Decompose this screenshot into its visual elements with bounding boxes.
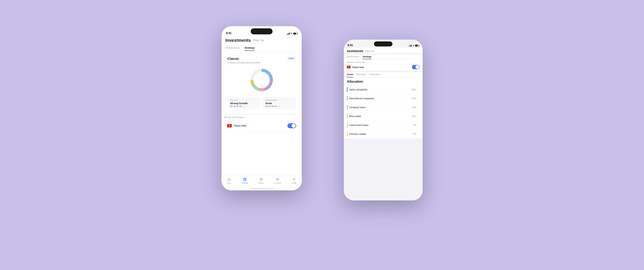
customisation-section: Manage customisation Swiss bias [221, 116, 302, 131]
status-time-back: 9:41 [348, 44, 353, 47]
risk-stat-label: Risk level [230, 99, 258, 101]
diversification-stat-value: Great [265, 102, 293, 105]
allocation-title-back: Allocation [347, 80, 420, 84]
nav-label-portfolio: Portfolio [242, 182, 248, 184]
allocation-bar-1 [347, 96, 348, 101]
allocation-item-4[interactable]: Government loans 3% › [347, 121, 420, 130]
status-icons-front: ▾ [287, 32, 297, 35]
battery-icon-front [293, 32, 297, 34]
customisation-label: Manage customisation [224, 116, 299, 118]
svg-rect-7 [276, 180, 278, 180]
swiss-bias-label-front: Swiss bias [234, 124, 246, 127]
toggle-switch-front[interactable] [288, 123, 296, 128]
card-title: Classic [228, 57, 239, 61]
card-header: Classic Active [228, 57, 296, 61]
phone-front: 9:41 ▾ Investments Pillar 3a [221, 26, 302, 190]
tab-assets-back[interactable]: Assets [347, 72, 353, 77]
allocation-pct-3: 15% [412, 115, 416, 118]
wifi-icon-front: ▾ [291, 32, 292, 35]
donut-svg [248, 66, 275, 94]
allocation-name-2: Company loans [349, 106, 410, 109]
svg-rect-6 [276, 179, 279, 180]
manage-label-back: Manage customisation [347, 61, 420, 63]
donut-chart [228, 66, 296, 94]
nav-label-home: Home [227, 182, 231, 184]
allocation-pct-2: 10% [412, 106, 416, 109]
allocation-name-1: International companies [349, 97, 410, 100]
profile-icon [292, 177, 296, 182]
allocation-item-0[interactable]: Swiss companies 50% › [347, 85, 420, 94]
card-description: A widely diversified global portfolio [228, 62, 296, 64]
svg-rect-3 [244, 180, 245, 180]
app-subtitle-front: Pillar 3a [253, 38, 264, 42]
signal-icon-front [287, 32, 290, 35]
portfolio-icon [243, 177, 247, 182]
svg-rect-4 [245, 180, 246, 180]
risk-stat-card: Risk level Strong Growth [228, 97, 260, 109]
nav-item-profile[interactable]: Profile [292, 177, 296, 184]
signal-icon-back [409, 44, 412, 46]
tabs-front: Performance Strategy [221, 45, 302, 51]
allocation-item-5[interactable]: Precious metals 2% › [347, 130, 420, 138]
tab-description-back[interactable]: Description [356, 72, 366, 77]
swiss-flag-icon-front [227, 124, 232, 128]
svg-rect-1 [244, 178, 245, 179]
wifi-icon-back: ▾ [413, 44, 414, 47]
risk-dots [230, 106, 258, 106]
chevron-icon-4: › [419, 124, 420, 126]
app-content-front: Investments Pillar 3a Performance Strate… [221, 36, 302, 190]
status-icons-back: ▾ [409, 44, 419, 47]
svg-rect-2 [245, 178, 246, 179]
swiss-bias-toggle-front[interactable]: Swiss bias [224, 120, 299, 131]
toggle-switch-back[interactable] [412, 65, 420, 69]
classic-card: Classic Active A widely diversified glob… [224, 54, 299, 114]
nav-label-accounts: Accounts [274, 182, 281, 184]
app-header-front: Investments Pillar 3a [221, 36, 302, 43]
app-title-front: Investments [226, 38, 251, 43]
app-content-back: vestments Pillar 3a Performance Strategy… [344, 48, 422, 200]
manage-section-back: Manage customisation Swiss bias [344, 59, 422, 70]
swiss-flag-icon-back [347, 66, 350, 68]
battery-icon-back [415, 44, 419, 46]
allocation-pct-5: 2% [413, 133, 416, 135]
risk-stat-value: Strong Growth [230, 102, 258, 105]
swiss-bias-toggle-back[interactable]: Swiss bias [347, 65, 420, 69]
tabs-back: Performance Strategy [344, 54, 422, 59]
diversification-stat-card: Diversification Great [263, 97, 296, 109]
tab-strategy-back[interactable]: Strategy [362, 54, 371, 59]
allocation-name-0: Swiss companies [349, 88, 410, 91]
diversification-dots [265, 106, 293, 106]
nav-label-profile: Profile [292, 182, 296, 184]
active-badge: Active [287, 57, 296, 60]
dynamic-island-front [251, 28, 272, 34]
allocation-bar-4 [347, 123, 348, 128]
allocation-bar-2 [347, 105, 348, 110]
nav-item-advice[interactable]: Advice [258, 177, 264, 184]
accounts-icon [276, 177, 280, 182]
allocation-pct-4: 3% [413, 124, 416, 126]
chevron-icon-3: › [419, 115, 420, 118]
allocation-item-1[interactable]: International companies 20% › [347, 94, 420, 103]
allocation-pct-1: 20% [412, 97, 416, 100]
tab-strategy-front[interactable]: Strategy [244, 45, 254, 51]
advice-icon [259, 177, 263, 182]
allocation-name-3: Real estate [349, 115, 410, 118]
allocation-item-2[interactable]: Company loans 10% › [347, 103, 420, 112]
tab-performance-asset-back[interactable]: Performance [369, 72, 380, 77]
nav-item-portfolio[interactable]: Portfolio [242, 177, 248, 184]
tab-performance-back[interactable]: Performance [347, 54, 359, 59]
nav-item-accounts[interactable]: Accounts [274, 177, 281, 184]
svg-point-8 [294, 178, 295, 180]
tab-performance-front[interactable]: Performance [226, 45, 240, 51]
stats-row: Risk level Strong Growth Diversification [228, 97, 296, 109]
allocation-bar-3 [347, 114, 348, 118]
allocation-bar-5 [347, 132, 348, 136]
swiss-bias-label-back: Swiss bias [352, 66, 364, 68]
allocation-item-3[interactable]: Real estate 15% › [347, 112, 420, 121]
home-icon [227, 177, 231, 182]
chevron-icon-5: › [419, 133, 420, 135]
chevron-icon-2: › [419, 106, 420, 109]
nav-item-home[interactable]: Home [227, 177, 231, 184]
allocation-name-4: Government loans [349, 124, 411, 126]
asset-tabs-back: Assets Description Performance [344, 72, 422, 77]
